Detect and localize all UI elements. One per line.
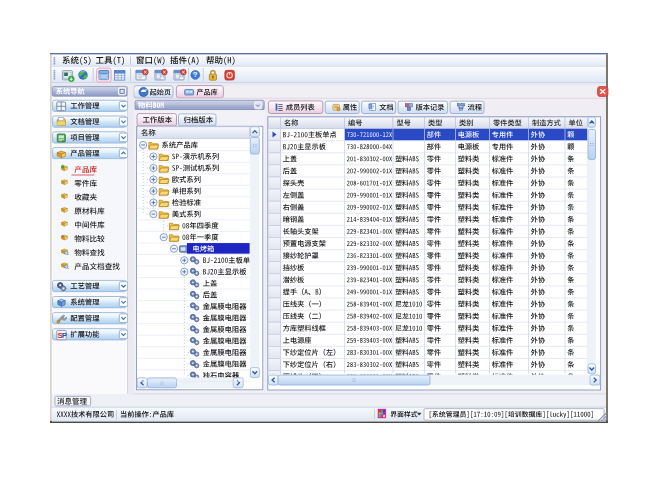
svg-text:?: ? [193, 72, 197, 79]
svg-text:P: P [62, 331, 68, 340]
